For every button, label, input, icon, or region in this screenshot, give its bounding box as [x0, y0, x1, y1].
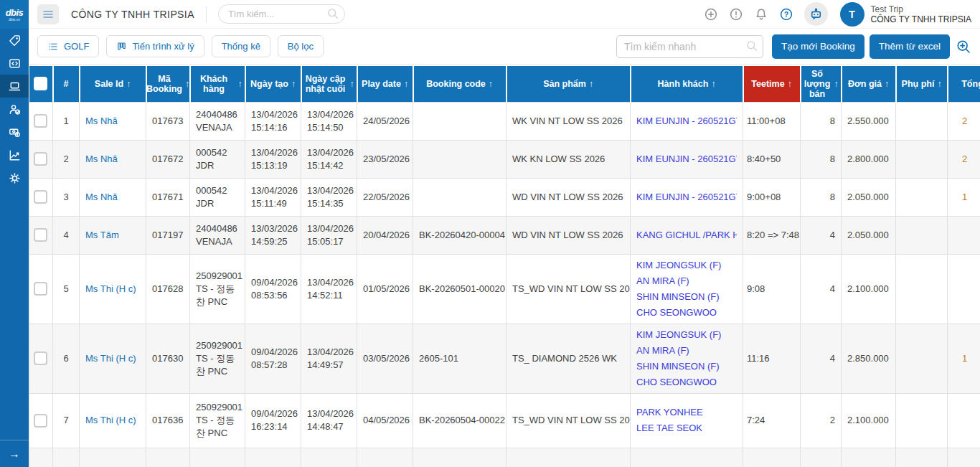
column-header-ngay_cap_nhat[interactable]: Ngày cập nhật cuối↑	[301, 66, 357, 102]
column-header-hanh_khach[interactable]: Hành khách↑	[631, 66, 743, 102]
cell-text: BK-20260504-00022	[419, 415, 505, 425]
process-progress-button[interactable]: Tiến trình xử lý	[106, 35, 204, 57]
table-row: 1Ms Nhã01767324040486 VENAJA13/04/2026 1…	[29, 102, 980, 140]
sidebar-item-bookings[interactable]	[0, 75, 29, 98]
passenger-link[interactable]: KIM JEONGSUK (F)	[636, 327, 737, 343]
passenger-link[interactable]: KANG GICHUL /PARK HEU	[636, 227, 737, 243]
quick-search-input[interactable]	[616, 35, 763, 58]
sidebar-item-payments[interactable]	[0, 121, 29, 143]
column-header-so_luong_ban[interactable]: Số lượng bán↑	[801, 66, 842, 102]
cell-khach_hang: 24040486 VENAJA	[190, 216, 245, 254]
passenger-link[interactable]: LEE TAE SEOK	[636, 420, 737, 436]
action-add-button[interactable]	[704, 7, 718, 22]
passenger-link[interactable]: KIM EUNJIN - 260521GT	[636, 151, 737, 167]
cell-tong	[948, 448, 980, 467]
sidebar-item-tags[interactable]	[0, 29, 29, 52]
cell-khach_hang	[190, 448, 245, 467]
row-checkbox[interactable]	[34, 190, 47, 204]
cell-booking_code	[413, 140, 507, 178]
sidebar-item-code[interactable]	[0, 52, 29, 75]
add-from-excel-button[interactable]: Thêm từ excel	[870, 34, 950, 59]
cell-text: 09/04/2026 08:57:28	[251, 346, 298, 370]
row-checkbox[interactable]	[34, 114, 47, 128]
cell-phu_phi	[896, 178, 948, 216]
sale-link[interactable]: Ms Nhã	[85, 192, 118, 202]
passenger-link[interactable]: PARK YONHEE	[636, 405, 737, 420]
action-assistant-button[interactable]	[804, 2, 828, 26]
user-menu[interactable]: T Test Trip CÔNG TY TNHH TRIPSIA	[840, 2, 971, 27]
cell-so_luong_ban: 8	[801, 178, 842, 216]
cell-text: 9:00+08	[747, 192, 781, 202]
column-header-teetime[interactable]: Teetime↑	[743, 66, 801, 102]
action-help-button[interactable]: ?	[779, 7, 793, 22]
cell-don_gia: 2.100.000	[842, 254, 896, 324]
laptop-icon	[8, 80, 22, 93]
row-checkbox[interactable]	[34, 152, 47, 166]
create-booking-button[interactable]: Tạo mới Booking	[772, 34, 864, 59]
cell-ngay_tao: 13/04/2026 15:14:16	[245, 102, 301, 140]
cell-text: 2	[962, 115, 967, 126]
sidebar-item-reports[interactable]	[0, 143, 29, 166]
sale-link[interactable]: Ms Thi (H c)	[85, 415, 136, 425]
menu-toggle-button[interactable]	[37, 4, 59, 24]
column-header-khach_hang[interactable]: Khách hàng↑	[190, 66, 245, 102]
column-header-tong[interactable]: Tổng↑	[948, 66, 980, 102]
column-header-play_date[interactable]: Play date↑	[357, 66, 413, 102]
sale-link[interactable]: Ms Nhã	[85, 154, 118, 164]
passenger-link[interactable]: SHIN MINSEON (F)	[636, 359, 737, 374]
passenger-link[interactable]: CHO SEONGWOO	[636, 374, 737, 390]
kanban-icon	[116, 41, 127, 52]
filter-button[interactable]: Bộ lọc	[278, 35, 324, 57]
passenger-link[interactable]: CHO SEONGWOO	[636, 305, 737, 321]
cell-khach_hang: 250929001 TS - 정동찬 PNC	[190, 254, 245, 324]
passenger-link[interactable]: KIM JEONGSUK (F)	[636, 258, 737, 273]
row-checkbox[interactable]	[34, 352, 47, 365]
passenger-link[interactable]: SHIN MINSEON (F)	[636, 289, 737, 305]
column-header-san_pham[interactable]: Sản phẩm↑	[507, 66, 631, 102]
passenger-link[interactable]: AN MIRA (F)	[636, 343, 737, 359]
passenger-link[interactable]: AN MIRA (F)	[636, 273, 737, 289]
column-header-sale_id[interactable]: Sale Id↑	[80, 66, 146, 102]
plus-circle-icon	[704, 7, 718, 22]
sidebar-item-customers[interactable]	[0, 98, 29, 121]
column-label: Sale Id	[95, 79, 123, 89]
robot-icon	[809, 6, 824, 22]
cell-so_luong_ban: 4	[801, 254, 842, 324]
cell-text: 03/05/2026	[363, 353, 410, 364]
cell-text: 2.050.000	[847, 230, 889, 240]
sort-arrow-icon: ↑	[834, 79, 839, 89]
column-header-ma_booking[interactable]: Mã Booking↑	[146, 66, 190, 102]
table-row: 6Ms Thi (H c)017630250929001 TS - 정동찬 PN…	[29, 324, 980, 393]
row-checkbox[interactable]	[34, 282, 47, 296]
sidebar-collapse-button[interactable]: →	[0, 440, 29, 467]
search-icon	[745, 39, 758, 52]
cell-text: 250929001 TS - 정동찬 PNC	[196, 270, 242, 307]
passenger-link[interactable]: KIM EUNJIN - 260521GT	[636, 189, 737, 205]
action-alerts-button[interactable]	[729, 7, 743, 22]
cell-text: WD VIN NT LOW SS 2026	[512, 230, 623, 240]
zoom-in-icon[interactable]	[956, 39, 971, 55]
cell-play_date: 03/05/2026	[357, 324, 413, 393]
cell-ma_booking: 017197	[146, 216, 190, 254]
statistics-button[interactable]: Thống kê	[212, 35, 270, 57]
column-header-don_gia[interactable]: Đơn giá↑	[842, 66, 896, 102]
column-label: Số lượng bán	[804, 69, 831, 99]
column-header-booking_code[interactable]: Booking code↑	[413, 66, 507, 102]
golf-button[interactable]: GOLF	[37, 35, 99, 57]
column-header-phu_phi[interactable]: Phụ phí↑	[896, 66, 948, 102]
action-notifications-button[interactable]	[754, 7, 768, 22]
column-header-ngay_tao[interactable]: Ngày tạo↑	[245, 66, 301, 102]
sale-link[interactable]: Ms Thi (H c)	[85, 283, 136, 294]
sidebar-item-settings[interactable]	[0, 166, 29, 189]
avatar[interactable]: T	[840, 2, 864, 27]
row-checkbox[interactable]	[34, 414, 47, 428]
cell-teetime: 11:16	[743, 324, 801, 393]
cash-icon	[8, 126, 22, 139]
cell-text: 13/04/2026 14:52:11	[307, 277, 354, 301]
sale-link[interactable]: Ms Tâm	[85, 230, 119, 240]
row-checkbox[interactable]	[34, 228, 47, 242]
passenger-link[interactable]: KIM EUNJIN - 260521GT	[636, 113, 737, 129]
sale-link[interactable]: Ms Thi (H c)	[85, 353, 136, 364]
select-all-checkbox[interactable]	[34, 77, 47, 90]
sale-link[interactable]: Ms Nhã	[85, 115, 118, 126]
